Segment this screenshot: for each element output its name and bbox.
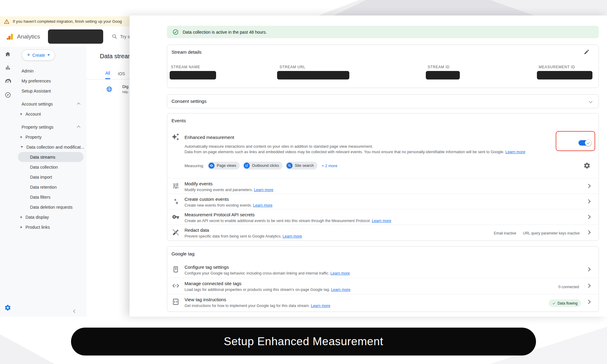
learn-more-link[interactable]: Learn more <box>311 304 330 308</box>
sidebar-item-data-collection[interactable]: Data collection <box>15 162 86 172</box>
create-button[interactable]: + Create <box>22 49 55 61</box>
description-line-1: Automatically measure interactions and c… <box>185 144 373 149</box>
enhanced-measurement-settings-gear-icon[interactable] <box>583 162 591 169</box>
chip-outbound-clicks[interactable]: Outbound clicks <box>243 162 283 170</box>
badge-label: Data flowing <box>558 301 578 305</box>
more-chips-link[interactable]: + 2 more <box>322 163 337 168</box>
event-row-create-custom-events[interactable]: Create custom events Create new events f… <box>167 194 599 209</box>
google-tag-card: Google tag Configure tag settings Config… <box>167 246 599 312</box>
chip-site-search[interactable]: Site search <box>286 162 317 170</box>
event-row-measurement-protocol-api-secrets[interactable]: Measurement Protocol API secrets Create … <box>167 209 599 224</box>
explore-icon[interactable] <box>5 92 11 98</box>
chevron-right-icon[interactable] <box>586 230 591 234</box>
enhanced-measurement-sparkle-icon <box>171 133 179 141</box>
account-selector-redacted[interactable] <box>48 29 103 44</box>
row-description: Prevent specific data from being sent to… <box>185 234 302 238</box>
field-label-stream-url: STREAM URL <box>280 65 305 69</box>
stream-details-panel: Data collection is active in the past 48… <box>130 15 607 317</box>
page-views-eye-icon <box>209 163 215 169</box>
sidebar-collapse-button[interactable] <box>74 308 78 312</box>
toggle-knob[interactable] <box>585 140 592 146</box>
check-circle-icon <box>172 29 179 35</box>
nav-label: Data import <box>30 175 52 180</box>
chevron-right-icon[interactable] <box>586 284 591 288</box>
home-icon[interactable] <box>5 51 11 57</box>
event-row-modify-events[interactable]: Modify events Modify incoming events and… <box>167 178 599 194</box>
sidebar-item-product-links[interactable]: Product links <box>15 222 86 232</box>
stream-list-item[interactable]: Dig http <box>86 83 130 96</box>
tab-ios[interactable]: iOS <box>118 68 125 79</box>
learn-more-link[interactable]: Learn more <box>253 203 273 207</box>
sidebar-item-setup-assistant[interactable]: Setup Assistant <box>15 86 86 96</box>
reports-icon[interactable] <box>5 64 11 71</box>
card-title: Events <box>171 118 186 123</box>
google-tag-row-configure-tag-settings[interactable]: Configure tag settings Configure your Go… <box>167 262 599 278</box>
stream-url: http <box>122 90 128 94</box>
sidebar-item-data-retention[interactable]: Data retention <box>15 182 86 192</box>
outbound-clicks-icon <box>244 163 250 169</box>
expand-arrow-icon <box>21 226 22 228</box>
admin-gear-icon[interactable] <box>0 304 15 311</box>
sidebar-item-admin[interactable]: Admin <box>15 66 86 76</box>
expand-arrow-icon <box>21 216 22 218</box>
sidebar-item-account[interactable]: Account <box>15 109 86 119</box>
field-label-stream-id: STREAM ID <box>428 65 450 69</box>
learn-more-link[interactable]: Learn more <box>254 188 273 192</box>
stream-details-card: Stream details STREAM NAME STREAM URL ST… <box>167 45 599 88</box>
sidebar-item-data-display[interactable]: Data display <box>15 212 86 222</box>
nav-label: Data retention <box>30 185 57 190</box>
chip-page-views[interactable]: Page views <box>208 162 240 170</box>
learn-more-link[interactable]: Learn more <box>283 234 302 238</box>
sidebar-item-data-deletion-requests[interactable]: Data deletion requests <box>15 202 86 212</box>
row-title: Redact data <box>185 228 209 233</box>
search-bar[interactable]: Try s <box>112 34 130 39</box>
chevron-right-icon[interactable] <box>586 300 591 304</box>
chevron-right-icon[interactable] <box>586 184 591 188</box>
expand-arrow-icon <box>21 136 22 138</box>
modify-events-icon <box>172 182 179 190</box>
collapse-chevron-icon[interactable] <box>77 103 80 106</box>
site-search-icon <box>287 163 293 169</box>
caption-text: Setup Enhanced Measurement <box>224 335 383 348</box>
edit-pencil-icon[interactable] <box>584 49 590 55</box>
sidebar-item-property[interactable]: Property <box>15 132 86 142</box>
collapse-chevron-icon[interactable] <box>77 126 80 129</box>
consent-settings-card[interactable]: Consent settings <box>167 94 599 108</box>
sidebar-item-data-streams[interactable]: Data streams <box>18 152 83 162</box>
learn-more-link[interactable]: Learn more <box>331 271 350 275</box>
section-label: Account settings <box>22 102 53 106</box>
nav-label: Data deletion requests <box>30 205 73 210</box>
event-row-redact-data[interactable]: Redact data Prevent specific data from b… <box>167 224 599 241</box>
sidebar-item-data-collection-group[interactable]: Data collection and modificat... <box>15 142 86 152</box>
row-description-text: Configure your Google tag behavior, incl… <box>185 271 329 275</box>
sidebar-item-my-preferences[interactable]: My preferences <box>15 76 86 86</box>
google-tag-row-view-tag-instructions[interactable]: View tag instructions Get instructions f… <box>167 294 599 312</box>
data-flowing-badge: Data flowing <box>549 299 581 307</box>
tab-all[interactable]: All <box>105 68 110 79</box>
sidebar-item-data-import[interactable]: Data import <box>15 172 86 182</box>
advertising-icon[interactable] <box>5 78 11 85</box>
sidebar-item-data-filters[interactable]: Data filters <box>15 192 86 202</box>
chevron-right-icon[interactable] <box>586 267 591 271</box>
google-tag-row-manage-connected-site-tags[interactable]: Manage connected site tags Load tags for… <box>167 278 599 294</box>
learn-more-link[interactable]: Learn more <box>372 219 391 223</box>
measuring-row: Measuring: Page views Outbound clicks <box>185 161 337 170</box>
analytics-logo-icon[interactable] <box>6 33 14 41</box>
events-card: Events Enhanced measurement Automaticall… <box>167 113 599 241</box>
chevron-down-icon[interactable] <box>589 99 592 103</box>
search-placeholder: Try s <box>120 34 130 39</box>
learn-more-link[interactable]: Learn more <box>505 150 525 154</box>
plus-icon: + <box>27 52 30 58</box>
stream-url-value-redacted <box>277 71 349 79</box>
row-description: Create new events from existing events. … <box>185 203 273 207</box>
sidebar-section-account-settings[interactable]: Account settings <box>15 99 86 109</box>
sidebar-section-property-settings[interactable]: Property settings <box>15 122 86 132</box>
chevron-right-icon[interactable] <box>586 215 591 219</box>
stream-id-value-redacted <box>426 71 460 79</box>
learn-more-link[interactable]: Learn more <box>331 288 351 292</box>
card-title: Stream details <box>171 49 202 55</box>
chevron-right-icon[interactable] <box>586 199 591 204</box>
enhanced-measurement-title: Enhanced measurement <box>185 135 234 140</box>
create-custom-events-icon <box>172 198 179 205</box>
row-description: Configure your Google tag behavior, incl… <box>185 271 350 275</box>
